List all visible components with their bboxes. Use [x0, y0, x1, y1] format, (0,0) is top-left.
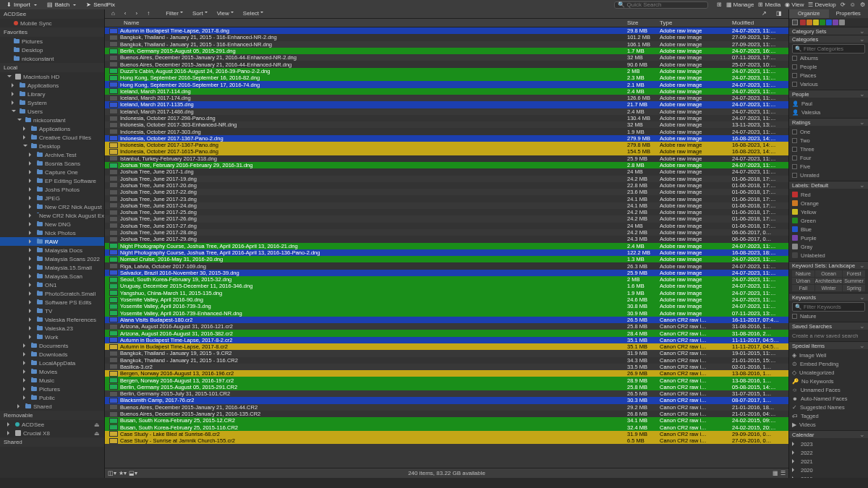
section-categories[interactable]: Categories⌄	[789, 35, 868, 43]
mode-develop[interactable]: ☰Develop	[808, 1, 835, 8]
file-row[interactable]: Joshua Tree, June 2017-22.dng 23.6 MB Ad…	[105, 189, 788, 195]
mode-media[interactable]: ⊞Media	[758, 1, 780, 8]
file-row[interactable]: Seoul, South Korea-February 19, 2015-32.…	[105, 276, 788, 283]
file-row[interactable]: Indonesia, October 2017-298-Pano.dng 130…	[105, 115, 788, 121]
quick-check[interactable]	[792, 20, 798, 25]
checkbox[interactable]	[792, 73, 797, 78]
back-button[interactable]: ‹	[121, 10, 130, 17]
create-saved-search[interactable]: Create a new saved search	[792, 331, 865, 340]
checkbox[interactable]	[792, 164, 797, 169]
tree-item[interactable]: Archive.Test	[0, 150, 104, 159]
tree-item[interactable]: RAW	[0, 237, 104, 246]
keyword-set-item[interactable]: Ocean	[815, 270, 842, 277]
file-row[interactable]: Blacksmith Camp, 2017-76.cr2 30.3 MB Can…	[105, 397, 788, 403]
file-row[interactable]: Joshua Tree, June 2017-27.dng 24 MB Adob…	[105, 223, 788, 229]
tree-item[interactable]: Capture One	[0, 168, 104, 176]
file-row[interactable]: Yosemite Valley, April 2016-739-3.dng 30…	[105, 303, 788, 309]
file-row[interactable]: Buenos Aires, December 2015-January 21, …	[105, 61, 788, 67]
keyword-set-item[interactable]: Forest	[843, 270, 865, 277]
file-row[interactable]: Joshua Tree, June 2017-20.dng 22.8 MB Ad…	[105, 182, 788, 189]
eject-icon[interactable]: ⏏	[94, 421, 100, 428]
file-row[interactable]: Buenos Aires, December 2015-January 21, …	[105, 411, 788, 417]
section-category-sets[interactable]: Category Sets⌄	[789, 27, 868, 35]
section-keyword-sets[interactable]: Keyword Sets: Landscape⌄	[789, 261, 868, 269]
keyword-set-item[interactable]: Spring	[843, 285, 865, 291]
file-row[interactable]: Case Study - Lake Bled at Sunrise-68.cr2…	[105, 431, 788, 437]
file-row[interactable]: Indonesia, October 2017-303.dng 1.9 MB A…	[105, 128, 788, 134]
tree-item[interactable]: Library	[0, 90, 104, 98]
panel-item[interactable]: Green	[792, 216, 865, 225]
home-button[interactable]: ⌂	[108, 10, 119, 17]
panel-item[interactable]: 👤Valeska	[792, 108, 865, 116]
tree-item[interactable]: Pictures	[0, 37, 104, 46]
checkbox[interactable]	[792, 314, 797, 319]
filter-button[interactable]: Filter	[162, 10, 187, 17]
file-row[interactable]: Berlin, Germany 2015-July 31, 2015-101.C…	[105, 390, 788, 397]
tree-item[interactable]: Bosnia Scans	[0, 159, 104, 168]
sync-icon[interactable]: ⟳	[841, 1, 846, 8]
tree-item[interactable]: Downloads	[0, 350, 104, 359]
file-row[interactable]: Indonesia, October 2017-1367-Pano-2.dng …	[105, 135, 788, 142]
file-list[interactable]: Autumn in Budapest Time-Lapse, 2017-8.dn…	[105, 27, 788, 468]
col-modified[interactable]: Modified	[732, 20, 788, 26]
file-row[interactable]: Joshua Tree, June 2017-29.dng 24.3 MB Ad…	[105, 236, 788, 242]
file-row[interactable]: Hong Kong, September 2016-September 17, …	[105, 81, 788, 87]
panel-item[interactable]: Albums	[792, 53, 865, 62]
file-row[interactable]: Arizona, August 2016-August 31, 2016-382…	[105, 330, 788, 336]
file-row[interactable]: Indonesia, October 2017-303-Enhanced-NR.…	[105, 121, 788, 128]
keyword-set-item[interactable]: Fall	[792, 285, 814, 291]
sort-button[interactable]: Sort	[189, 10, 211, 17]
import-button[interactable]: ⬇Import	[3, 1, 41, 9]
section-keywords[interactable]: Keywords⌄	[789, 293, 868, 301]
panel-item[interactable]: Yellow	[792, 207, 865, 216]
panel-item[interactable]: ⊙Embed Pending	[792, 359, 865, 368]
section-labels[interactable]: Labels: Default⌄	[789, 181, 868, 189]
tree-item[interactable]: JPEG	[0, 194, 104, 202]
tree-item[interactable]: Applications	[0, 124, 104, 133]
label-icon[interactable]: ⬓▾	[129, 470, 137, 476]
panel-item[interactable]: Two	[792, 136, 865, 145]
swatch-blue[interactable]	[826, 20, 832, 25]
panel-item[interactable]: Four	[792, 153, 865, 162]
file-row[interactable]: Joshua Tree, June 2017-19.dng 24.2 MB Ad…	[105, 176, 788, 182]
tree-item[interactable]: LocalAppData	[0, 359, 104, 367]
keyword-set-item[interactable]: Nature	[792, 270, 814, 277]
file-row[interactable]: Autumn in Budapest Time-Lapse, 2017-8.dn…	[105, 27, 788, 34]
file-row[interactable]: Joshua Tree, June 2017-24.dng 24.1 MB Ad…	[105, 202, 788, 209]
panel-item[interactable]: Various	[792, 80, 865, 88]
tree-item[interactable]: Users	[0, 107, 104, 116]
tree-item[interactable]: EP Editing Software	[0, 176, 104, 185]
up-button[interactable]: ↑	[143, 10, 153, 17]
rating-icon[interactable]: ★▾	[119, 470, 127, 476]
file-row[interactable]: Joshua Tree, February 2016-February 29, …	[105, 162, 788, 168]
tab-properties[interactable]: Properties	[829, 9, 869, 18]
file-row[interactable]: Indonesia, October 2017-1615-Pano.dng 15…	[105, 148, 788, 155]
file-row[interactable]: Alana Visits Budapest-180.cr2 26.5 MB Ca…	[105, 317, 788, 323]
checkbox[interactable]	[792, 82, 797, 87]
panel-item[interactable]: ▶Videos	[792, 420, 865, 429]
panel-item[interactable]: One	[792, 127, 865, 136]
swatch-gray[interactable]	[839, 20, 845, 25]
file-row[interactable]: Basilica-3.cr2 33.5 MB Canon CR2 raw i… …	[105, 364, 788, 370]
panel-item[interactable]: 👤Paul	[792, 99, 865, 108]
file-row[interactable]: Yangshuo, China-March 11, 2015-135.dng 1…	[105, 290, 788, 296]
file-row[interactable]: Bergen, Norway 2016-August 13, 2016-197.…	[105, 377, 788, 383]
tree-item[interactable]: Desktop	[0, 142, 104, 150]
file-row[interactable]: Busan, South Korea-February 25, 2015-116…	[105, 424, 788, 431]
keyword-set-item[interactable]: Winter	[815, 285, 842, 291]
file-row[interactable]: Bergen, Norway 2016-August 13, 2016-196.…	[105, 370, 788, 377]
file-row[interactable]: Autumn in Budapest Time-Lapse, 2017-8-2.…	[105, 337, 788, 343]
tree-item[interactable]: Software PS Edits	[0, 298, 104, 307]
checkbox[interactable]	[792, 147, 797, 152]
panel-item[interactable]: 2022	[792, 448, 865, 457]
swatch-yellow[interactable]	[813, 20, 819, 25]
tree-item[interactable]: Public	[0, 393, 104, 402]
panel-item[interactable]: Purple	[792, 234, 865, 242]
quick-search-input[interactable]: 🔍Quick Search	[614, 1, 708, 9]
filter-keywords-input[interactable]: 🔍Filter Keywords	[792, 302, 865, 312]
file-row[interactable]: Night Photography Course, Joshua Tree, A…	[105, 243, 788, 249]
tree-item[interactable]: Malaysia Scans 2022	[0, 254, 104, 263]
tree-item[interactable]: Macintosh HD	[0, 72, 104, 81]
panel-item[interactable]: 2021	[792, 457, 865, 466]
panel-item[interactable]: Five	[792, 162, 865, 171]
